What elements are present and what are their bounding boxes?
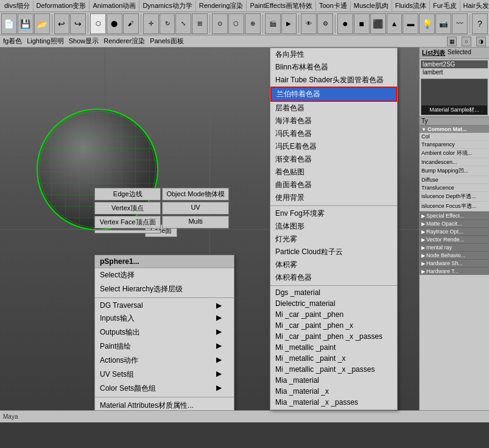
tb-icon-rotate[interactable]: ↻: [160, 13, 175, 34]
shader-layer[interactable]: 层着色器: [270, 102, 397, 115]
module-toon[interactable]: Toon卡通: [316, 1, 351, 11]
attr-section-mental-ray[interactable]: ▶ mental ray: [420, 243, 489, 251]
module-rendering[interactable]: Rendering渲染: [196, 1, 247, 11]
status-icon-1[interactable]: ▦: [447, 37, 457, 46]
module-hair[interactable]: Hair头发: [460, 1, 489, 11]
tb-icon-sphere[interactable]: ●: [337, 13, 353, 34]
multi-mode-btn[interactable]: Multi: [162, 216, 228, 229]
attr-transparency-row[interactable]: Transparency: [420, 141, 489, 149]
status-fg[interactable]: fg着色: [3, 37, 22, 46]
status-panels[interactable]: Panels面板: [150, 37, 184, 46]
shader-lightfog[interactable]: 灯光雾: [270, 233, 397, 246]
attr-islucence-depth-row[interactable]: islucence Depth半透...: [420, 192, 489, 202]
tb-icon-transform[interactable]: ⊞: [192, 13, 208, 34]
shader-fluid[interactable]: 流体图形: [270, 220, 397, 233]
status-lighting[interactable]: Lighting照明: [27, 37, 64, 46]
tb-icon-curve[interactable]: 〰: [452, 13, 468, 34]
shader-mia-matx[interactable]: Mia _material _x: [270, 386, 397, 397]
shader-ramp[interactable]: 渐变着色器: [270, 153, 397, 166]
tb-icon-3[interactable]: 📂: [34, 13, 50, 34]
tb-icon-cam[interactable]: 📷: [435, 13, 451, 34]
tb-icon-show[interactable]: 👁: [301, 13, 317, 34]
status-icon-3[interactable]: ◑: [476, 37, 486, 46]
attr-islucence-focus-row[interactable]: islucence Focus半透...: [420, 202, 489, 212]
shader-dgs[interactable]: Dgs _material: [270, 287, 397, 298]
module-animation[interactable]: Animation动画: [90, 1, 139, 11]
tb-icon-cube[interactable]: ■: [354, 13, 370, 34]
shader-mi-car3[interactable]: Mi _car _paint _phen _x _passes: [270, 331, 397, 342]
attr-section-raytrace[interactable]: ▶ Raytrace Opt...: [420, 227, 489, 235]
tb-icon-4[interactable]: ↩: [54, 13, 70, 34]
tb-icon-1[interactable]: 📄: [1, 13, 17, 34]
shader-mi-metal1[interactable]: Mi _metallic _paint: [270, 342, 397, 353]
status-show[interactable]: Show显示: [69, 37, 99, 46]
tb-icon-snap1[interactable]: ⊙: [212, 13, 228, 34]
tb-icon-plane[interactable]: ▬: [403, 13, 418, 34]
vertex-mode-btn[interactable]: Vertex顶点: [94, 202, 161, 215]
tb-icon-snap3[interactable]: ⊕: [245, 13, 261, 34]
shader-mi-metal3[interactable]: Mi _metallic _paint _x _passes: [270, 364, 397, 375]
shader-shadingmap[interactable]: 着色贴图: [270, 166, 397, 179]
shader-volumeshader[interactable]: 体积着色器: [270, 271, 397, 284]
attr-col-row[interactable]: Col: [420, 133, 489, 141]
shader-mi-car1[interactable]: Mi _car _paint _phen: [270, 309, 397, 320]
shader-phonge[interactable]: 冯氏E着色器: [270, 140, 397, 153]
edge-mode-btn[interactable]: Edge边线: [94, 188, 161, 201]
tb-icon-paint[interactable]: 🖌: [123, 13, 139, 34]
tb-icon-cyl[interactable]: ⬛: [370, 13, 386, 34]
shader-lambert[interactable]: 兰伯特着色器: [270, 87, 397, 102]
status-icon-2[interactable]: ○: [462, 37, 471, 46]
attr-diffuse-row[interactable]: Diffuse: [420, 176, 489, 184]
module-divs[interactable]: divs细分: [1, 1, 33, 11]
shader-mi-metal2[interactable]: Mi _metallic _paint _x: [270, 353, 397, 364]
module-muscle[interactable]: Muscle肌肉: [351, 1, 392, 11]
ctx-dg-traversal[interactable]: DG Traversal▶: [95, 299, 234, 311]
object-mode-btn[interactable]: Object Mode物体模: [162, 188, 228, 201]
attr-section-hardware-sh[interactable]: ▶ Hardware Sh...: [420, 259, 489, 267]
face-mode-btn[interactable]: [94, 230, 161, 233]
ctx-paint[interactable]: Paint描绘▶: [95, 340, 234, 354]
attr-section-hardware-t[interactable]: ▶ Hardware T...: [420, 267, 489, 275]
tb-icon-render[interactable]: 🎬: [265, 13, 281, 34]
status-renderer[interactable]: Renderer渲染: [104, 37, 145, 46]
shader-ocean[interactable]: 海洋着色器: [270, 115, 397, 127]
module-fluids[interactable]: Fluids流体: [392, 1, 430, 11]
ctx-inputs[interactable]: Inputs输入▶: [95, 311, 234, 325]
module-deform[interactable]: Deformation变形: [33, 1, 90, 11]
attr-translucence-row[interactable]: Translucence: [420, 184, 489, 192]
ctx-outputs[interactable]: Outputs输出▶: [95, 325, 234, 340]
tb-icon-lasso[interactable]: ⬤: [107, 13, 122, 34]
attr-section-vector[interactable]: ▶ Vector Rende...: [420, 235, 489, 243]
uv-mode-btn[interactable]: UV: [162, 202, 228, 215]
shader-volumefog[interactable]: 体积雾: [270, 258, 397, 271]
attr-ambient-row[interactable]: Ambient color 环境...: [420, 149, 489, 158]
shader-hair-tube[interactable]: Hair Tube Shader头发圆管着色器: [270, 74, 397, 87]
shader-mia-matxp[interactable]: Mia _material _x _passes: [270, 397, 397, 408]
shader-phong[interactable]: 冯氏着色器: [270, 127, 397, 140]
shader-blinn[interactable]: Blinn布林着色器: [270, 61, 397, 74]
shader-mia-mat[interactable]: Mia _material: [270, 375, 397, 386]
ctx-colorsets[interactable]: Color Sets颜色组▶: [95, 382, 234, 396]
tb-icon-ipr[interactable]: ▶: [281, 13, 297, 34]
ctx-actions[interactable]: Actions动作▶: [95, 354, 234, 368]
shader-surface[interactable]: 曲面着色器: [270, 179, 397, 191]
module-fur[interactable]: Fur毛皮: [430, 1, 460, 11]
common-mat-header[interactable]: ▼ Common Mat...: [420, 126, 489, 133]
shader-usebg[interactable]: 使用背景: [270, 191, 397, 204]
tb-icon-cone[interactable]: ▲: [387, 13, 403, 34]
material-item-lambert2sg[interactable]: lambert2SG: [421, 60, 488, 68]
shader-mi-car2[interactable]: Mi _car _paint _phen _x: [270, 320, 397, 331]
shader-mib-glossyr[interactable]: Mib _glossy _reflection: [270, 408, 397, 410]
ctx-select[interactable]: Select选择: [95, 268, 234, 282]
tab-list[interactable]: List列表: [422, 49, 445, 57]
ctx-material-attr[interactable]: Material Attributes材质属性...: [95, 399, 234, 410]
attr-incandescent-row[interactable]: Incandescen...: [420, 158, 489, 166]
tb-icon-scale[interactable]: ⤡: [175, 13, 191, 34]
vertexface-mode-btn[interactable]: Vertex Face顶点面: [94, 216, 161, 229]
shader-envfog[interactable]: Env Fog环境雾: [270, 207, 397, 220]
tb-icon-5[interactable]: ↪: [70, 13, 86, 34]
attr-bump-row[interactable]: Bump Mapping凹...: [420, 166, 489, 176]
tb-icon-help[interactable]: ?: [472, 13, 488, 34]
module-painteffects[interactable]: PaintEffects画笔特效: [247, 1, 316, 11]
tb-icon-settings[interactable]: ⚙: [317, 13, 333, 34]
